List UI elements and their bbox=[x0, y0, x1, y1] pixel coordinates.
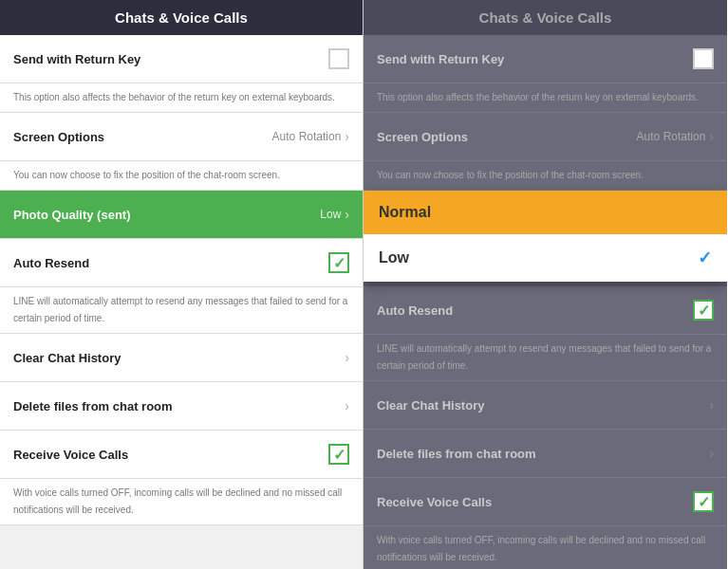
receive-voice-calls-checkbox[interactable] bbox=[328, 444, 349, 465]
left-panel-title: Chats & Voice Calls bbox=[115, 9, 248, 26]
auto-resend-checkbox[interactable] bbox=[328, 252, 349, 273]
screen-options-item[interactable]: Screen Options Auto Rotation › bbox=[0, 113, 363, 161]
right-auto-resend-description: LINE will automatically attempt to resen… bbox=[377, 343, 711, 371]
auto-resend-description: LINE will automatically attempt to resen… bbox=[13, 296, 347, 323]
delete-files-title: Delete files from chat room bbox=[13, 399, 173, 413]
dropdown-low-label: Low bbox=[379, 249, 409, 266]
right-auto-resend-desc-item: LINE will automatically attempt to resen… bbox=[364, 335, 727, 381]
photo-quality-chevron: › bbox=[345, 207, 349, 222]
photo-quality-item[interactable]: Photo Quality (sent) Low › bbox=[0, 191, 363, 239]
left-settings-list: Send with Return Key This option also af… bbox=[0, 35, 363, 569]
delete-files-item[interactable]: Delete files from chat room › bbox=[0, 382, 363, 431]
right-clear-chat-history-chevron: › bbox=[709, 397, 714, 413]
right-send-return-key-desc-item: This option also affects the behavior of… bbox=[364, 83, 727, 113]
right-delete-files-chevron: › bbox=[709, 446, 714, 461]
send-return-key-title: Send with Return Key bbox=[13, 52, 140, 66]
right-auto-resend-checkbox[interactable] bbox=[693, 300, 714, 321]
screen-options-value: Auto Rotation bbox=[272, 130, 342, 143]
dropdown-low-option[interactable]: Low ✓ bbox=[364, 234, 727, 282]
right-receive-voice-calls-item: Receive Voice Calls bbox=[364, 478, 727, 526]
receive-voice-calls-desc-item: With voice calls turned OFF, incoming ca… bbox=[0, 479, 363, 525]
left-panel: Chats & Voice Calls Send with Return Key… bbox=[0, 0, 364, 569]
right-receive-voice-calls-description: With voice calls turned OFF, incoming ca… bbox=[377, 535, 705, 562]
send-return-key-desc-item: This option also affects the behavior of… bbox=[0, 83, 363, 113]
right-screen-options-value: Auto Rotation bbox=[637, 130, 706, 143]
photo-quality-dropdown: Normal Low ✓ bbox=[364, 191, 727, 282]
right-photo-quality-item[interactable]: Photo Quality (sent) Low › Normal Low ✓ bbox=[364, 191, 727, 239]
right-screen-options-desc-item: You can now choose to fix the position o… bbox=[364, 161, 727, 191]
clear-chat-history-item[interactable]: Clear Chat History › bbox=[0, 334, 363, 382]
clear-chat-history-chevron: › bbox=[345, 350, 349, 365]
delete-files-chevron: › bbox=[345, 398, 349, 413]
right-screen-options-item[interactable]: Screen Options Auto Rotation › bbox=[364, 113, 727, 161]
receive-voice-calls-description: With voice calls turned OFF, incoming ca… bbox=[13, 487, 342, 515]
screen-options-desc-item: You can now choose to fix the position o… bbox=[0, 161, 363, 191]
right-send-return-key-title: Send with Return Key bbox=[377, 52, 504, 66]
screen-options-chevron: › bbox=[345, 129, 349, 144]
right-screen-options-title: Screen Options bbox=[377, 130, 468, 144]
right-send-return-key-checkbox[interactable] bbox=[693, 48, 714, 69]
screen-options-title: Screen Options bbox=[13, 130, 104, 144]
send-return-key-description: This option also affects the behavior of… bbox=[13, 92, 335, 102]
left-panel-header: Chats & Voice Calls bbox=[0, 0, 363, 35]
send-return-key-item: Send with Return Key bbox=[0, 35, 363, 83]
right-delete-files-title: Delete files from chat room bbox=[377, 447, 536, 461]
photo-quality-title: Photo Quality (sent) bbox=[13, 208, 131, 222]
right-settings-list: Send with Return Key This option also af… bbox=[364, 35, 727, 569]
right-auto-resend-title: Auto Resend bbox=[377, 303, 453, 318]
right-auto-resend-item: Auto Resend bbox=[364, 286, 727, 335]
send-return-key-checkbox[interactable] bbox=[328, 48, 349, 69]
right-panel: Chats & Voice Calls Send with Return Key… bbox=[364, 0, 727, 569]
right-receive-voice-calls-title: Receive Voice Calls bbox=[377, 495, 492, 509]
right-clear-chat-history-title: Clear Chat History bbox=[377, 398, 484, 413]
auto-resend-item: Auto Resend bbox=[0, 239, 363, 287]
right-clear-chat-history-item[interactable]: Clear Chat History › bbox=[364, 381, 727, 430]
right-panel-title: Chats & Voice Calls bbox=[479, 9, 612, 26]
right-send-return-key-description: This option also affects the behavior of… bbox=[377, 92, 699, 102]
right-receive-voice-calls-desc-item: With voice calls turned OFF, incoming ca… bbox=[364, 526, 727, 569]
clear-chat-history-title: Clear Chat History bbox=[13, 351, 121, 365]
auto-resend-title: Auto Resend bbox=[13, 256, 89, 270]
right-screen-options-description: You can now choose to fix the position o… bbox=[377, 170, 644, 180]
auto-resend-desc-item: LINE will automatically attempt to resen… bbox=[0, 287, 363, 334]
dropdown-low-checkmark: ✓ bbox=[698, 248, 712, 268]
dropdown-normal-option[interactable]: Normal bbox=[364, 191, 727, 234]
dropdown-normal-label: Normal bbox=[379, 204, 431, 221]
photo-quality-value: Low bbox=[320, 208, 341, 221]
right-delete-files-item[interactable]: Delete files from chat room › bbox=[364, 430, 727, 478]
right-screen-options-chevron: › bbox=[709, 129, 714, 144]
receive-voice-calls-item: Receive Voice Calls bbox=[0, 431, 363, 479]
right-send-return-key-item: Send with Return Key bbox=[364, 35, 727, 83]
receive-voice-calls-title: Receive Voice Calls bbox=[13, 448, 128, 462]
screen-options-description: You can now choose to fix the position o… bbox=[13, 170, 280, 180]
right-receive-voice-calls-checkbox[interactable] bbox=[693, 491, 714, 512]
right-panel-header: Chats & Voice Calls bbox=[364, 0, 727, 35]
